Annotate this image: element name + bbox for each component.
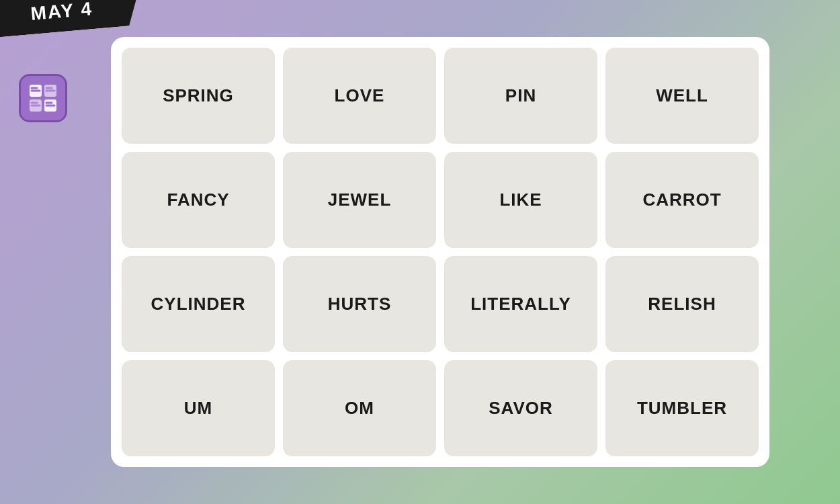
word-tile-spring[interactable]: SPRING [122, 48, 275, 144]
word-tile-jewel[interactable]: JEWEL [283, 152, 436, 248]
word-label: OM [345, 398, 374, 419]
word-tile-hurts[interactable]: HURTS [283, 256, 436, 352]
word-label: TUMBLER [637, 398, 727, 419]
word-tile-savor[interactable]: SAVOR [444, 360, 597, 456]
word-tile-tumbler[interactable]: TUMBLER [605, 360, 759, 456]
word-tile-relish[interactable]: RELISH [605, 256, 759, 352]
word-label: HURTS [328, 294, 392, 314]
word-label: RELISH [648, 294, 716, 314]
word-label: FANCY [167, 190, 229, 210]
word-label: CARROT [642, 190, 721, 210]
word-tile-literally[interactable]: LITERALLY [444, 256, 597, 352]
word-label: CYLINDER [151, 294, 246, 314]
word-tile-fancy[interactable]: FANCY [122, 152, 275, 248]
word-label: LIKE [499, 190, 542, 210]
word-tile-um[interactable]: UM [122, 360, 275, 456]
app-logo [19, 74, 67, 122]
word-label: WELL [656, 85, 708, 106]
game-board: SPRINGLOVEPINWELLFANCYJEWELLIKECARROTCYL… [111, 37, 769, 467]
word-tile-well[interactable]: WELL [605, 48, 759, 144]
date-banner: MAY 4 [0, 0, 144, 38]
word-tile-cylinder[interactable]: CYLINDER [122, 256, 275, 352]
word-tile-like[interactable]: LIKE [444, 152, 597, 248]
word-label: JEWEL [328, 190, 392, 210]
word-label: LITERALLY [470, 294, 571, 314]
word-label: SAVOR [489, 398, 553, 419]
word-tile-om[interactable]: OM [283, 360, 436, 456]
word-label: LOVE [335, 85, 385, 106]
word-tile-love[interactable]: LOVE [283, 48, 436, 144]
word-label: SPRING [163, 85, 234, 106]
word-tile-carrot[interactable]: CARROT [605, 152, 759, 248]
word-tile-pin[interactable]: PIN [444, 48, 597, 144]
word-label: UM [184, 398, 212, 419]
word-label: PIN [505, 85, 536, 106]
